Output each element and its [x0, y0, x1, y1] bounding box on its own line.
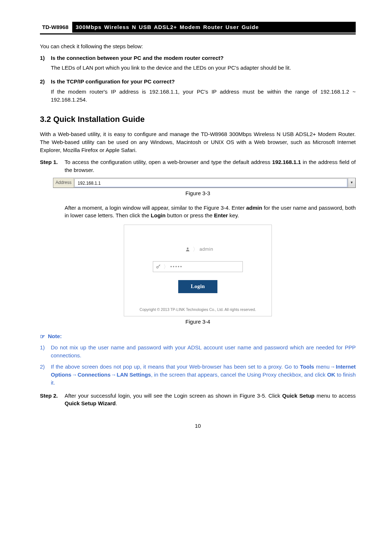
login-button[interactable]: Login — [178, 280, 217, 293]
page-number: 10 — [40, 422, 356, 430]
login-copyright: Copyright © 2013 TP-LINK Technologies Co… — [131, 307, 264, 312]
step-1: Step 1. To access the configuration util… — [40, 158, 356, 174]
header-rule — [40, 33, 356, 34]
username-value: admin — [200, 246, 213, 253]
t: If the above screen does not pop up, it … — [51, 364, 300, 370]
txt: button or press the — [166, 212, 214, 218]
txt: After a moment, a login window will appe… — [65, 205, 246, 211]
t: menu to access — [315, 393, 356, 399]
step1-pre: To access the configuration utility, ope… — [65, 159, 272, 165]
doc-header: TD-W8968 300Mbps Wireless N USB ADSL2+ M… — [40, 22, 356, 33]
addressbar-input[interactable]: 192.168.1.1 — [74, 178, 347, 187]
step-label: Step 2. — [40, 392, 65, 408]
address-bar: Address 192.168.1.1 ▼ — [53, 178, 356, 188]
note-item-1: 1) Do not mix up the user name and passw… — [40, 344, 356, 360]
note-text: If the above screen does not pop up, it … — [51, 363, 356, 386]
note-num: 1) — [40, 344, 51, 360]
username-field[interactable]: 〉 admin — [131, 245, 264, 253]
chevron-down-icon: ▼ — [350, 180, 354, 185]
txt-bold: admin — [246, 205, 262, 211]
login-figure: 〉 admin 〉 ●●●●● Login Copyright © 2013 T… — [124, 225, 272, 316]
figure-3-3-caption: Figure 3-3 — [40, 189, 356, 197]
header-model: TD-W8968 — [40, 22, 72, 33]
addressbar-label: Address — [53, 178, 74, 188]
field-separator: 〉 — [193, 245, 198, 253]
note-item-2: 2) If the above screen does not pop up, … — [40, 363, 356, 386]
arrow-icon: → — [330, 364, 336, 370]
check-num: 1) — [40, 54, 51, 76]
check-list: 1) Is the connection between your PC and… — [40, 54, 356, 107]
arrow-icon: → — [111, 372, 117, 378]
user-icon — [183, 247, 193, 252]
check-item-1: 1) Is the connection between your PC and… — [40, 54, 356, 76]
step-2: Step 2. After your successful login, you… — [40, 392, 356, 408]
tb: OK — [327, 372, 335, 378]
note-text: Do not mix up the user name and password… — [51, 344, 356, 360]
svg-point-0 — [187, 247, 188, 249]
password-value: ●●●●● — [170, 264, 183, 269]
arrow-icon: → — [72, 372, 78, 378]
section-heading: 3.2 Quick Installation Guide — [40, 114, 356, 125]
pointing-hand-icon: ☞ — [40, 332, 45, 341]
step-body: After your successful login, you will se… — [65, 392, 356, 408]
note-num: 2) — [40, 363, 51, 386]
note-list: 1) Do not mix up the user name and passw… — [40, 344, 356, 387]
check-title: Is the TCP/IP configuration for your PC … — [51, 78, 356, 86]
check-item-2: 2) Is the TCP/IP configuration for your … — [40, 78, 356, 107]
step1-addr: 192.168.1.1 — [272, 159, 301, 165]
key-icon — [153, 264, 163, 269]
tb: Quick Setup — [282, 393, 315, 399]
check-num: 2) — [40, 78, 51, 107]
addressbar-dropdown-button[interactable]: ▼ — [348, 178, 355, 188]
password-field[interactable]: 〉 ●●●●● — [153, 261, 243, 272]
t: After your successful login, you will se… — [65, 393, 282, 399]
tb: LAN Settings — [117, 372, 151, 378]
figure-3-4-caption: Figure 3-4 — [40, 318, 356, 326]
after-addr-text: After a moment, a login window will appe… — [65, 204, 356, 220]
step-label: Step 1. — [40, 158, 65, 174]
section-intro: With a Web-based utility, it is easy to … — [40, 130, 356, 154]
check-text: The LEDs of LAN port which you link to t… — [51, 64, 356, 72]
field-separator: 〉 — [163, 263, 169, 271]
tb: Connections — [78, 372, 111, 378]
t: , in the screen that appears, cancel the… — [151, 372, 327, 378]
t: menu — [314, 364, 330, 370]
check-title: Is the connection between your PC and th… — [51, 54, 356, 62]
check-text: If the modem router's IP address is 192.… — [51, 88, 356, 104]
txt-bold: Enter — [214, 212, 228, 218]
t: . — [116, 400, 117, 406]
step-body: To access the configuration utility, ope… — [65, 158, 356, 174]
note-label: Note: — [48, 332, 62, 340]
txt: key. — [228, 212, 239, 218]
intro-text: You can check it following the steps bel… — [40, 42, 356, 50]
note-heading: ☞ Note: — [40, 332, 356, 341]
header-title: 300Mbps Wireless N USB ADSL2+ Modem Rout… — [72, 22, 356, 33]
tb: Tools — [300, 364, 314, 370]
txt-bold: Login — [151, 212, 166, 218]
tb: Quick Setup Wizard — [65, 400, 116, 406]
